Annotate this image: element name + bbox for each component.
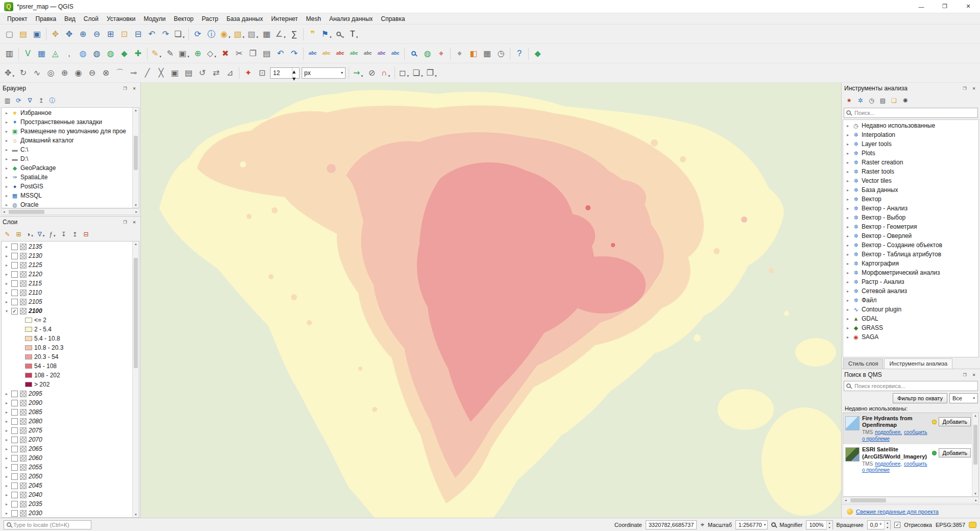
browser-item[interactable]: ▸★Избранное xyxy=(2,108,139,117)
chevron-right-icon[interactable]: ▸ xyxy=(4,203,9,207)
style-manager-button[interactable]: ◧ xyxy=(467,46,480,61)
simplify-feature-button[interactable]: ∿ xyxy=(30,66,44,80)
layer-item[interactable]: ▸2120 xyxy=(2,270,139,279)
chevron-right-icon[interactable]: ▸ xyxy=(4,166,9,171)
split-parts-button[interactable]: ╳ xyxy=(154,66,168,80)
scroll-down-icon[interactable]: ▾ xyxy=(133,513,139,517)
delete-part-button[interactable]: ⊗ xyxy=(99,66,113,80)
layer-checkbox[interactable] xyxy=(11,510,18,517)
duplicate-layer-button[interactable]: ❏▾ xyxy=(411,66,425,80)
open-attribute-table-button[interactable]: ▦ xyxy=(260,27,274,41)
zoom-full-button[interactable]: ⊞ xyxy=(104,27,117,41)
zoom-to-selection-button[interactable]: ⊡ xyxy=(117,27,131,41)
toolbox-group[interactable]: ▸◷Недавно использованные xyxy=(843,121,978,130)
zoom-out-button[interactable]: ⊖ xyxy=(90,27,104,41)
menu-item[interactable]: Mesh xyxy=(302,14,325,23)
refresh-map-button[interactable]: ⟳ xyxy=(191,27,205,41)
label-show-hide-button[interactable]: abc xyxy=(347,46,361,61)
browser-properties-button[interactable]: ⓘ xyxy=(47,95,58,106)
rotate-point-symbols-button[interactable]: ↺ xyxy=(195,66,209,80)
layer-checkbox[interactable] xyxy=(11,455,18,462)
expand-all-button[interactable]: ↧ xyxy=(58,229,69,240)
filter-by-expression-button[interactable]: ƒ▾ xyxy=(47,229,58,240)
close-panel-button[interactable]: ✕ xyxy=(970,371,977,378)
layer-checkbox[interactable] xyxy=(11,492,18,498)
menu-item[interactable]: Модули xyxy=(139,14,169,23)
spin-up-icon[interactable]: ▴ xyxy=(885,521,890,525)
label-properties-button[interactable]: abc xyxy=(388,46,402,61)
layer-checkbox[interactable] xyxy=(11,391,18,397)
layer-checkbox[interactable] xyxy=(11,482,18,489)
layer-item[interactable]: ▸2030 xyxy=(2,509,139,518)
digitize-with-segment-button[interactable]: ⊡ xyxy=(255,66,269,80)
reshape-features-button[interactable]: ⊸ xyxy=(127,66,140,80)
measure-button[interactable]: ∠▾ xyxy=(274,27,287,41)
chevron-icon[interactable]: ▸ xyxy=(4,438,9,442)
filter-by-extent-button[interactable]: Фильтр по охвату xyxy=(893,393,947,403)
chevron-icon[interactable]: ▸ xyxy=(4,281,9,286)
layer-checkbox[interactable] xyxy=(11,253,18,259)
layer-checkbox[interactable] xyxy=(11,446,18,452)
fill-ring-button[interactable]: ◉ xyxy=(71,66,85,80)
scroll-right-icon[interactable]: ▸ xyxy=(973,498,978,502)
open-data-source-manager-button[interactable]: ▥ xyxy=(3,46,16,61)
chevron-right-icon[interactable]: ▸ xyxy=(845,243,850,248)
toolbox-group[interactable]: ▸✲Вектор - Создание объектов xyxy=(843,240,978,250)
float-panel-button[interactable]: ❐ xyxy=(961,371,968,378)
menu-item[interactable]: Вектор xyxy=(169,14,198,23)
add-mesh-layer-button[interactable]: ◬ xyxy=(48,46,62,61)
toolbox-group[interactable]: ▸✲Вектор - Геометрия xyxy=(843,222,978,231)
results-viewer-button[interactable]: ▤ xyxy=(877,95,888,106)
add-service-button[interactable]: Добавить xyxy=(939,448,971,457)
add-service-button[interactable]: Добавить xyxy=(939,417,971,426)
enable-tracing-button[interactable]: ⇝▾ xyxy=(351,66,365,80)
tab-layer-styling[interactable]: Стиль слоя xyxy=(843,358,883,369)
layer-checkbox[interactable] xyxy=(11,464,18,471)
layer-item[interactable]: ▸2115 xyxy=(2,279,139,288)
scroll-up-icon[interactable]: ▴ xyxy=(133,242,139,246)
spin-up-icon[interactable]: ▴ xyxy=(827,521,832,525)
chevron-icon[interactable]: ▸ xyxy=(4,428,9,433)
add-spatialite-layer-button[interactable]: ◍ xyxy=(76,46,90,61)
layer-checkbox[interactable] xyxy=(11,244,18,250)
layer-item[interactable]: ▸2125 xyxy=(2,260,139,270)
menu-item[interactable]: Справка xyxy=(377,14,409,23)
filter-legend-button[interactable]: ∇▾ xyxy=(36,229,46,240)
scroll-thumb[interactable] xyxy=(134,136,138,170)
scroll-right-icon[interactable]: ▸ xyxy=(134,210,139,214)
map-tips-button[interactable]: ❞ xyxy=(306,27,320,41)
layer-checkbox[interactable] xyxy=(11,437,18,443)
chevron-right-icon[interactable]: ▸ xyxy=(845,197,850,202)
layer-item[interactable]: ▸2045 xyxy=(2,481,139,490)
toolbox-group[interactable]: ▸✲Вектор - Анализ xyxy=(843,204,978,213)
chevron-right-icon[interactable]: ▸ xyxy=(4,148,9,152)
new-bookmark-button[interactable]: ⚑▾ xyxy=(320,27,333,41)
new-geopackage-layer-button[interactable]: ◆ xyxy=(117,46,131,61)
chevron-icon[interactable]: ▸ xyxy=(4,474,9,479)
save-project-button[interactable]: ▣ xyxy=(30,27,44,41)
toolbox-group[interactable]: ▸✲Plots xyxy=(843,149,978,158)
rotation-spin[interactable]: 0,0 ° ▴▾ xyxy=(867,520,891,529)
toolbox-wrench-button[interactable]: ✷ xyxy=(844,95,854,106)
new-project-button[interactable]: ▢ xyxy=(3,27,16,41)
models-button[interactable]: ✲ xyxy=(855,95,866,106)
chevron-right-icon[interactable]: ▸ xyxy=(845,133,850,137)
add-ring-button[interactable]: ◎ xyxy=(44,66,58,80)
layer-item[interactable]: ▸2110 xyxy=(2,288,139,297)
menu-item[interactable]: Вид xyxy=(60,14,80,23)
maximize-button[interactable]: ❐ xyxy=(933,0,957,13)
toggle-editing-button[interactable]: ✎ xyxy=(163,46,177,61)
chevron-right-icon[interactable]: ▸ xyxy=(845,206,850,211)
spin-down-icon[interactable]: ▾ xyxy=(292,75,299,82)
qms-search-input[interactable] xyxy=(844,381,978,391)
chevron-icon[interactable]: ▸ xyxy=(4,502,9,506)
label-pin-button[interactable]: abc xyxy=(333,46,347,61)
chevron-right-icon[interactable]: ▸ xyxy=(845,215,850,220)
toolbox-group[interactable]: ▸✲База данных xyxy=(843,185,978,195)
browser-item[interactable]: ▸▬D:\ xyxy=(2,154,139,163)
float-panel-button[interactable]: ❐ xyxy=(121,85,129,92)
chevron-right-icon[interactable]: ▸ xyxy=(4,175,9,180)
locator-input[interactable] xyxy=(13,522,91,528)
add-delimited-text-layer-button[interactable]: , xyxy=(62,46,76,61)
scroll-left-icon[interactable]: ◂ xyxy=(2,210,7,214)
